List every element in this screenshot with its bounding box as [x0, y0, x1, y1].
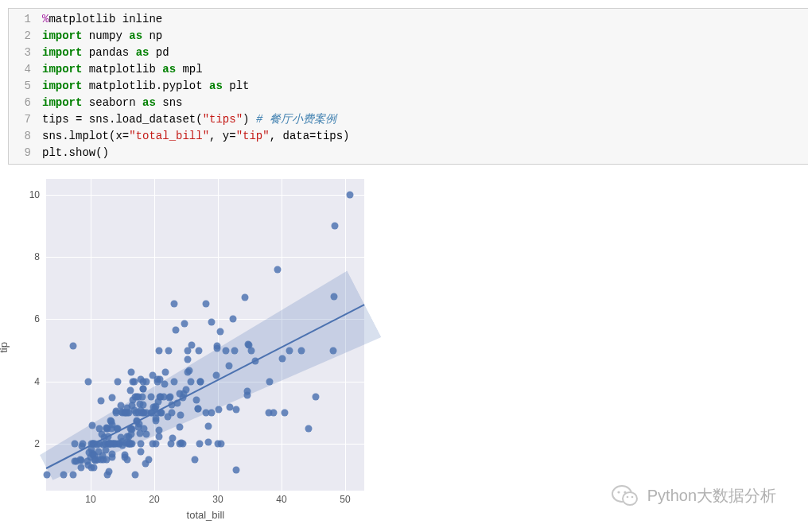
line-number: 9: [14, 145, 31, 161]
data-point: [183, 386, 190, 393]
data-point: [97, 397, 104, 404]
x-axis-label: total_bill: [187, 509, 225, 521]
data-point: [312, 394, 319, 401]
code-line: %matplotlib inline: [42, 11, 350, 28]
data-point: [331, 222, 338, 229]
data-point: [172, 327, 179, 334]
data-point: [192, 456, 199, 463]
data-point: [270, 410, 277, 417]
y-tick: 10: [29, 189, 40, 200]
data-point: [194, 405, 201, 412]
data-point: [108, 417, 115, 425]
line-number: 4: [14, 61, 31, 78]
data-point: [204, 423, 212, 430]
svg-point-1: [623, 492, 637, 505]
data-point: [129, 378, 136, 385]
data-point: [233, 406, 240, 413]
data-point: [161, 369, 169, 376]
line-number: 5: [14, 78, 31, 95]
data-point: [217, 328, 224, 336]
data-point: [60, 472, 68, 479]
data-point: [171, 300, 178, 307]
data-point: [297, 347, 305, 354]
svg-point-5: [631, 496, 633, 499]
data-point: [177, 441, 184, 448]
svg-point-2: [617, 491, 620, 493]
code-line: sns.lmplot(x="total_bill", y="tip", data…: [42, 128, 350, 145]
data-point: [72, 458, 80, 465]
line-number: 1: [14, 11, 31, 28]
data-point: [115, 378, 122, 385]
data-point: [282, 410, 289, 417]
data-point: [203, 410, 210, 417]
line-number: 2: [14, 28, 31, 45]
data-point: [244, 388, 251, 395]
data-point: [107, 441, 114, 448]
data-point: [177, 412, 184, 419]
data-point: [70, 472, 77, 479]
line-number: 3: [14, 45, 31, 61]
chart-output: tip 246810 1020304050 total_bill: [8, 173, 374, 522]
code-line: import numpy as np: [42, 28, 350, 45]
data-point: [215, 441, 222, 448]
wechat-icon: [611, 481, 639, 510]
x-tick: 30: [212, 494, 223, 505]
data-point: [122, 440, 129, 447]
data-point: [188, 342, 196, 349]
data-point: [131, 472, 138, 479]
data-point: [181, 320, 188, 328]
code-line: import seaborn as sns: [42, 95, 350, 111]
x-tick: 40: [276, 494, 286, 505]
svg-point-4: [626, 496, 628, 499]
x-tick: 20: [149, 494, 159, 505]
line-number: 7: [14, 111, 31, 128]
data-point: [154, 378, 161, 385]
y-tick: 8: [34, 251, 40, 262]
data-point: [150, 441, 157, 448]
data-point: [216, 406, 223, 414]
data-point: [142, 460, 150, 468]
data-point: [92, 456, 99, 464]
data-point: [108, 425, 115, 432]
data-point: [223, 347, 230, 354]
line-number: 8: [14, 128, 31, 145]
data-point: [142, 431, 150, 438]
watermark-text: Python大数据分析: [647, 485, 776, 507]
data-point: [225, 363, 232, 370]
data-point: [185, 355, 192, 363]
code-area: %matplotlib inlineimport numpy as npimpo…: [36, 9, 356, 164]
watermark: Python大数据分析: [611, 481, 776, 510]
data-point: [70, 342, 77, 349]
data-point: [157, 394, 164, 401]
code-line: plt.show(): [42, 145, 350, 161]
data-point: [139, 386, 146, 393]
code-line: import pandas as pd: [42, 45, 350, 61]
data-point: [156, 433, 163, 440]
data-point: [109, 394, 116, 402]
code-line: tips = sns.load_dataset("tips") # 餐厅小费案例: [42, 111, 350, 128]
data-point: [208, 318, 216, 325]
data-point: [245, 341, 252, 348]
svg-point-3: [623, 491, 626, 493]
data-point: [140, 402, 147, 409]
data-point: [135, 410, 142, 417]
code-cell: 123456789 %matplotlib inlineimport numpy…: [8, 8, 808, 165]
data-point: [165, 347, 172, 354]
plot-area: [46, 179, 364, 491]
data-point: [203, 300, 210, 307]
data-point: [286, 347, 293, 354]
code-line: import matplotlib.pyplot as plt: [42, 78, 350, 95]
data-point: [266, 378, 273, 385]
data-point: [138, 441, 145, 448]
data-point: [196, 347, 203, 354]
data-point: [305, 425, 313, 432]
x-tick: 50: [340, 494, 350, 505]
y-tick: 2: [34, 438, 40, 449]
data-point: [87, 464, 95, 471]
data-point: [137, 449, 144, 456]
data-point: [331, 293, 338, 300]
data-point: [109, 453, 116, 460]
data-point: [330, 347, 337, 354]
data-point: [122, 410, 130, 417]
y-axis-label: tip: [0, 342, 10, 353]
